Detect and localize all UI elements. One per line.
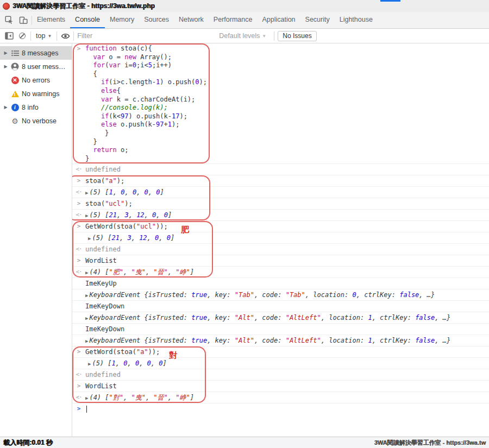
token-pl bbox=[85, 96, 101, 103]
token-pl: , …} bbox=[419, 291, 435, 299]
tab-application[interactable]: Application bbox=[257, 12, 300, 28]
token-pl: GetWord(stoa( bbox=[85, 348, 136, 356]
console-row-result: <·▶(5) [21, 3, 12, 0, 0] bbox=[72, 210, 489, 221]
execution-context-selector[interactable]: top ▼ bbox=[34, 32, 53, 40]
token-num: 1 bbox=[368, 337, 372, 344]
token-pl: (4) [ bbox=[89, 394, 109, 401]
token-pl: ); bbox=[172, 121, 179, 128]
console-row-content: undefined bbox=[85, 165, 121, 174]
sidebar-item-user-messages[interactable]: ▶8 user mess… bbox=[0, 60, 72, 73]
token-pl: } bbox=[85, 138, 97, 146]
token-str: "峥" bbox=[175, 394, 190, 401]
command-chevron-icon: > bbox=[72, 382, 85, 390]
tab-memory[interactable]: Memory bbox=[105, 12, 139, 28]
tab-performance[interactable]: Performance bbox=[209, 12, 258, 28]
tab-security[interactable]: Security bbox=[300, 12, 335, 28]
window-title: 3WA閱讀解決學習工作室 - https://3wa.tw/w.php bbox=[12, 2, 155, 11]
console-row-result-muted: <·undefined bbox=[72, 164, 489, 175]
device-toolbar-icon[interactable] bbox=[18, 15, 28, 25]
token-num: 3 bbox=[127, 234, 131, 242]
token-pl: stoa(c){ bbox=[117, 45, 152, 52]
token-pl: (4) [ bbox=[89, 268, 109, 276]
console-row-content: ▶KeyboardEvent {isTrusted: true, key: "A… bbox=[85, 313, 450, 323]
sidebar-item-warnings[interactable]: No warnings bbox=[0, 87, 72, 100]
return-value-icon: <· bbox=[72, 393, 85, 402]
disclosure-triangle-icon[interactable]: ▶ bbox=[3, 51, 8, 55]
token-pl: , bbox=[123, 268, 131, 276]
token-pl bbox=[85, 146, 93, 154]
watermark-text: 3WA閱讀解決學習工作室 - https://3wa.tw bbox=[374, 439, 486, 447]
tab-console[interactable]: Console bbox=[70, 12, 105, 28]
console-row-content[interactable] bbox=[85, 405, 87, 413]
sidebar-item-verbose[interactable]: ⚙No verbose bbox=[0, 114, 72, 128]
token-pl: k = c.charCodeAt(i); bbox=[113, 96, 196, 103]
token-pl: ;i< bbox=[136, 61, 148, 69]
token-pl: , ctrlKey: bbox=[372, 337, 415, 344]
token-num: 17 bbox=[172, 112, 179, 120]
token-str: "曳" bbox=[131, 394, 145, 401]
inspect-element-icon[interactable] bbox=[4, 15, 14, 25]
chevron-down-icon: ▼ bbox=[262, 34, 266, 39]
disclosure-triangle-icon[interactable]: ▶ bbox=[3, 64, 8, 69]
tab-sources[interactable]: Sources bbox=[139, 12, 174, 28]
token-pl bbox=[85, 61, 93, 69]
token-str: "Alt" bbox=[235, 337, 254, 344]
token-bool: true bbox=[191, 337, 207, 344]
tab-network[interactable]: Network bbox=[174, 12, 209, 28]
clear-console-icon[interactable] bbox=[17, 31, 27, 41]
token-num: 0 bbox=[164, 211, 168, 219]
token-str: "Tab" bbox=[235, 291, 254, 299]
token-pl: ] bbox=[190, 394, 194, 401]
token-str: "Alt" bbox=[235, 314, 254, 321]
console-row-content: undefined bbox=[85, 370, 121, 379]
annotated-group-A: >function stoa(c){ var o = new Array(); … bbox=[72, 43, 489, 164]
token-mut: undefined bbox=[85, 371, 121, 378]
return-value-icon: <· bbox=[72, 245, 85, 254]
sidebar-item-label: No errors bbox=[22, 77, 50, 84]
token-pl: )); bbox=[148, 348, 160, 356]
token-kw: if bbox=[101, 78, 109, 86]
log-levels-dropdown[interactable]: Default levels ▼ bbox=[219, 32, 266, 40]
token-pl: , code: bbox=[254, 291, 286, 299]
sidebar-item-label: 8 user mess… bbox=[22, 63, 66, 71]
filter-input[interactable] bbox=[77, 30, 216, 41]
text-cursor[interactable] bbox=[86, 406, 87, 413]
top-blue-strip bbox=[380, 0, 400, 2]
info-icon: i bbox=[11, 103, 19, 111]
console-toolbar: top ▼ Default levels ▼ No Issues bbox=[0, 29, 489, 43]
live-expression-eye-icon[interactable] bbox=[60, 31, 70, 41]
token-num: 0 bbox=[147, 359, 151, 367]
return-value-icon: <· bbox=[72, 188, 85, 197]
console-row-result: <·▶(4) ["對", "曳", "晉", "峥"] bbox=[72, 392, 489, 403]
console-sidebar-toggle-icon[interactable] bbox=[4, 31, 14, 41]
tab-lighthouse[interactable]: Lighthouse bbox=[335, 12, 378, 28]
sidebar-item-label: No warnings bbox=[22, 90, 59, 98]
console-row-log-result: ▶(5) [1, 0, 0, 0, 0] bbox=[72, 358, 489, 369]
token-pl: (5) [ bbox=[92, 234, 111, 242]
list-icon bbox=[11, 49, 19, 57]
token-pl: , bbox=[120, 234, 127, 242]
return-value-icon: <· bbox=[72, 211, 85, 219]
sidebar-item-info[interactable]: ▶i8 info bbox=[0, 100, 72, 114]
console-row-result: <·▶(5) [1, 0, 0, 0, 0] bbox=[72, 187, 489, 198]
token-pl: i= bbox=[121, 61, 133, 69]
levels-label: Default levels bbox=[219, 32, 260, 40]
console-row-command: >GetWord(stoa("ucl")); bbox=[72, 221, 489, 232]
sidebar-item-messages[interactable]: ▶8 messages bbox=[0, 46, 72, 60]
sidebar-item-label: 8 info bbox=[22, 104, 39, 111]
disclosure-triangle-icon[interactable]: ▶ bbox=[3, 105, 8, 110]
console-row-content: ImeKeyDown bbox=[85, 302, 124, 311]
warning-icon bbox=[11, 90, 19, 98]
token-pl bbox=[85, 104, 101, 111]
tab-elements[interactable]: Elements bbox=[32, 12, 70, 28]
token-num: 0 bbox=[156, 188, 160, 196]
token-str: "對" bbox=[109, 394, 123, 401]
token-kw: new bbox=[124, 53, 136, 61]
sidebar-item-errors[interactable]: ✕No errors bbox=[0, 73, 72, 87]
token-num: 3 bbox=[124, 211, 128, 219]
token-pl: ] bbox=[190, 268, 194, 276]
token-bool: true bbox=[191, 314, 207, 321]
no-issues-button[interactable]: No Issues bbox=[278, 31, 316, 41]
console-row-content: ▶KeyboardEvent {isTrusted: true, key: "A… bbox=[85, 336, 450, 345]
token-pl bbox=[85, 87, 101, 94]
